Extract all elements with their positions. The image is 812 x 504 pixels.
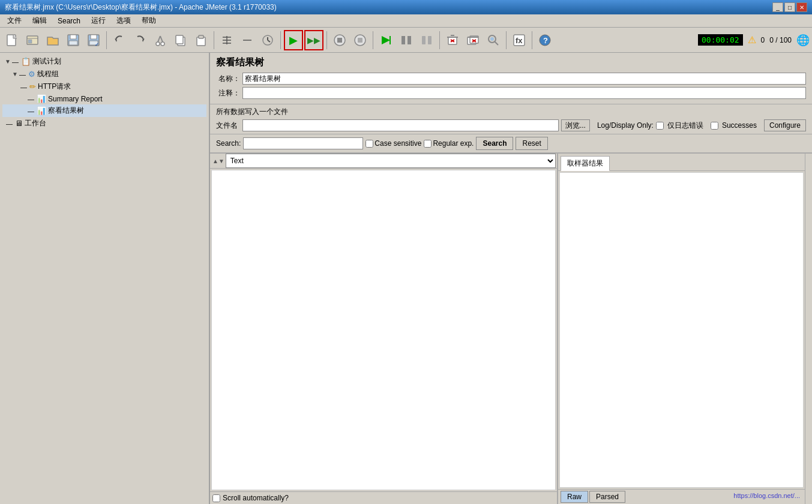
maximize-button[interactable]: □ — [784, 2, 795, 12]
regular-exp-checkbox[interactable] — [424, 140, 432, 148]
shutdown-button[interactable] — [350, 30, 370, 50]
error-only-checkbox[interactable] — [656, 122, 664, 130]
http-request-icon: ✏ — [29, 82, 36, 91]
redo-button[interactable] — [130, 30, 149, 50]
separator-8 — [532, 31, 532, 49]
successes-checkbox[interactable] — [711, 122, 718, 130]
save-button[interactable] — [64, 30, 83, 50]
remote-start-button[interactable] — [376, 30, 395, 50]
copy-button[interactable] — [171, 30, 190, 50]
clear-all-button[interactable] — [463, 30, 483, 50]
sidebar-item-result-tree[interactable]: — 📊 察看结果树 — [2, 104, 206, 117]
svg-line-51 — [495, 41, 498, 45]
title-bar: 察看结果树.jmx (C:\Users\r\Desktop\察看结果树.jmx)… — [0, 0, 812, 14]
save-as-button[interactable]: ✓ — [84, 30, 103, 50]
result-tree-panel: ▲▼ Text HTML JSON XML Regexp Tester CSS/… — [210, 154, 558, 504]
sampler-content — [559, 172, 804, 488]
search-button[interactable]: Search — [476, 137, 513, 150]
sidebar-item-label-test-plan: 测试计划 — [32, 56, 61, 67]
search-results-button[interactable] — [484, 30, 503, 50]
new-button[interactable] — [2, 30, 22, 50]
paste-button[interactable] — [191, 30, 211, 50]
minimize-button[interactable]: _ — [772, 2, 783, 12]
svg-rect-3 — [28, 40, 32, 43]
undo-button[interactable] — [110, 30, 129, 50]
page-title: 察看结果树 — [216, 56, 806, 69]
parsed-tab-button[interactable]: Parsed — [589, 491, 625, 503]
result-tree-header: ▲▼ Text HTML JSON XML Regexp Tester CSS/… — [210, 154, 557, 169]
svg-line-16 — [160, 36, 163, 42]
svg-rect-5 — [70, 35, 76, 39]
sidebar-item-label-result-tree: 察看结果树 — [48, 106, 84, 116]
templates-button[interactable] — [23, 30, 42, 50]
svg-rect-32 — [358, 38, 362, 43]
tab-sampler-results[interactable]: 取样器结果 — [561, 156, 610, 171]
separator-5 — [373, 31, 373, 49]
file-label: 文件名 — [216, 121, 238, 131]
function-helper-button[interactable]: fx — [510, 30, 529, 50]
start-button[interactable]: ▶ — [284, 30, 303, 50]
search-input[interactable] — [243, 137, 363, 149]
remote-stop-button[interactable] — [397, 30, 416, 50]
case-sensitive-checkbox[interactable] — [365, 140, 373, 148]
search-row: Search: Case sensitive Regular exp. Sear… — [210, 134, 812, 153]
separator-7 — [506, 31, 507, 49]
result-tree-icon: 📊 — [37, 106, 46, 115]
case-sensitive-label: Case sensitive — [365, 139, 421, 148]
toggle-button[interactable] — [258, 30, 277, 50]
reset-button[interactable]: Reset — [516, 137, 547, 150]
menu-edit[interactable]: 编辑 — [28, 14, 52, 27]
timer-display: 00:00:02 — [698, 34, 743, 46]
open-button[interactable] — [43, 30, 62, 50]
remote-shutdown-button[interactable] — [417, 30, 436, 50]
sidebar-item-http-request[interactable]: — ✏ HTTP请求 — [2, 80, 206, 93]
thread-group-icon: ⚙ — [28, 70, 35, 79]
remote-engine-button[interactable]: 🌐 — [796, 34, 810, 47]
sidebar-item-summary-report[interactable]: — 📊 Summary Report — [2, 93, 206, 104]
close-button[interactable]: ✕ — [796, 2, 807, 12]
collapse-expand-arrows[interactable]: ▲▼ — [211, 157, 226, 166]
menu-search[interactable]: Search — [53, 16, 85, 26]
svg-rect-35 — [401, 36, 405, 44]
browse-button[interactable]: 浏览... — [561, 119, 590, 131]
svg-rect-37 — [422, 36, 426, 44]
start-no-pauses-button[interactable]: ▶▶ — [304, 30, 323, 50]
file-input[interactable] — [242, 119, 559, 131]
sidebar-item-workbench[interactable]: — 🖥 工作台 — [2, 117, 206, 130]
help-button[interactable]: ? — [535, 30, 555, 50]
collapse-button[interactable] — [238, 30, 257, 50]
scroll-auto-checkbox[interactable] — [212, 494, 220, 502]
menu-run[interactable]: 运行 — [86, 14, 110, 27]
split-area: ▲▼ Text HTML JSON XML Regexp Tester CSS/… — [210, 153, 812, 504]
separator-4 — [326, 31, 327, 49]
clear-button[interactable] — [443, 30, 462, 50]
progress-text: 0 / 100 — [769, 36, 792, 44]
configure-button[interactable]: Configure — [764, 119, 806, 131]
sidebar-item-test-plan[interactable]: ▼ — 📋 测试计划 — [2, 55, 206, 68]
svg-rect-6 — [69, 41, 77, 45]
result-type-dropdown[interactable]: Text HTML JSON XML Regexp Tester CSS/JQu… — [226, 154, 556, 168]
log-display-area: Log/Display Only: 仅日志错误 Successes Config… — [597, 119, 806, 131]
search-label: Search: — [216, 139, 241, 148]
right-scrollbar[interactable] — [805, 154, 812, 504]
timer-area: 00:00:02 ⚠ 0 0 / 100 🌐 — [698, 34, 810, 47]
stop-button[interactable] — [330, 30, 349, 50]
comment-label: 注释： — [216, 88, 240, 98]
svg-rect-38 — [428, 36, 432, 44]
sidebar-item-thread-group[interactable]: ▼ — ⚙ 线程组 — [2, 68, 206, 80]
play-no-pause-icon: ▶▶ — [307, 35, 320, 45]
expand-button[interactable] — [217, 30, 236, 50]
name-input[interactable] — [242, 73, 806, 85]
comment-input[interactable] — [242, 87, 806, 99]
error-only-label: 仅日志错误 — [667, 121, 703, 131]
result-tree-body — [211, 170, 556, 490]
menu-options[interactable]: 选项 — [112, 14, 136, 27]
menu-file[interactable]: 文件 — [2, 14, 26, 27]
menu-help[interactable]: 帮助 — [137, 14, 161, 27]
svg-line-15 — [158, 36, 160, 42]
toolbar: ✓ ▶ ▶▶ — [0, 28, 812, 53]
test-plan-icon: 📋 — [21, 57, 31, 66]
cut-button[interactable] — [151, 30, 170, 50]
file-section-title: 所有数据写入一个文件 — [216, 107, 806, 117]
raw-tab-button[interactable]: Raw — [561, 491, 588, 503]
